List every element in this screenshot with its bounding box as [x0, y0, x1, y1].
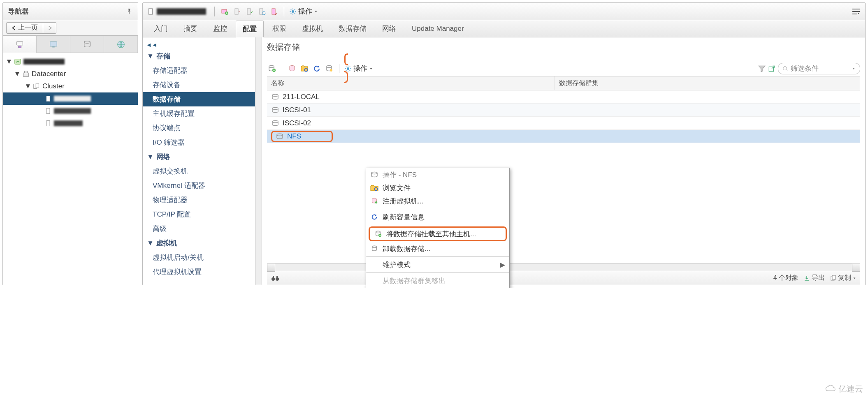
tab-vms[interactable]: 虚拟机 — [295, 20, 330, 37]
host-actions-button[interactable]: 操作 — [289, 7, 318, 16]
sidebar-item-vmkernel-adapters[interactable]: VMkernel 适配器 — [143, 178, 262, 193]
svg-rect-50 — [276, 276, 278, 278]
manage-storage-icon[interactable] — [324, 64, 334, 74]
filter-placeholder: 筛选条件 — [791, 64, 819, 73]
tree-host-1[interactable] — [3, 105, 138, 117]
tab-monitor[interactable]: 监控 — [206, 20, 234, 37]
sidebar-item-agent-vm[interactable]: 代理虚拟机设置 — [143, 265, 262, 279]
sidebar-item-storage-adapters[interactable]: 存储适配器 — [143, 63, 262, 78]
svg-rect-22 — [272, 9, 275, 14]
tree-datacenter[interactable]: ▼ Datacenter — [3, 68, 138, 80]
vcenter-icon: vc — [14, 58, 22, 65]
sidebar-item-protocol-endpoints[interactable]: 协议端点 — [143, 121, 262, 135]
ctx-browse-files[interactable]: 浏览文件 — [366, 181, 509, 194]
column-cluster[interactable]: 数据存储群集 — [555, 76, 860, 90]
table-row[interactable]: 211-LOCAL — [267, 90, 860, 104]
scrollbar[interactable] — [255, 37, 262, 285]
pin-icon[interactable] — [125, 8, 133, 15]
tab-getting-started[interactable]: 入门 — [147, 20, 175, 37]
networking-tab[interactable] — [104, 36, 138, 53]
tab-configure[interactable]: 配置 — [236, 21, 264, 37]
export-icon[interactable] — [768, 65, 775, 72]
tab-summary[interactable]: 摘要 — [176, 20, 204, 37]
new-vm-icon[interactable] — [220, 7, 230, 16]
expand-icon[interactable]: ▼ — [14, 71, 20, 77]
ctx-refresh-capacity[interactable]: 刷新容量信息 — [366, 210, 509, 224]
table-row-nfs[interactable]: NFS — [267, 130, 860, 143]
refresh-icon[interactable] — [312, 64, 322, 74]
svg-rect-19 — [247, 9, 251, 14]
vms-templates-tab[interactable] — [37, 36, 70, 53]
tab-update-manager[interactable]: Update Manager — [405, 21, 471, 37]
ctx-maintenance-mode[interactable]: 维护模式 ▶ — [366, 258, 509, 271]
main-tabs: 入门 摘要 监控 配置 权限 虚拟机 数据存储 网络 Update Manage… — [143, 20, 865, 37]
sidebar-item-io-filters[interactable]: I/O 筛选器 — [143, 135, 262, 150]
table-row[interactable]: ISCSI-02 — [267, 117, 860, 130]
copy-button[interactable]: 复制 — [830, 274, 856, 282]
svg-point-32 — [783, 66, 787, 70]
binoculars-icon[interactable] — [271, 275, 279, 282]
panel-menu-icon[interactable] — [851, 7, 861, 16]
datastore-icon — [370, 171, 378, 179]
svg-text:vc: vc — [16, 60, 20, 64]
sidebar-cat-networking[interactable]: ▼ 网络 — [143, 150, 262, 164]
sidebar-cat-storage[interactable]: ▼ 存储 — [143, 49, 262, 63]
storage-tab[interactable] — [70, 36, 104, 53]
svg-rect-11 — [36, 83, 39, 88]
svg-point-35 — [272, 120, 278, 122]
separator — [366, 209, 509, 209]
shutdown-host-icon[interactable] — [244, 7, 254, 16]
svg-point-37 — [371, 172, 377, 174]
disconnect-host-icon[interactable] — [269, 7, 279, 16]
sidebar-item-vm-startup[interactable]: 虚拟机启动/关机 — [143, 250, 262, 265]
tree-vcenter[interactable]: ▼ vc — [3, 55, 138, 68]
table-body: 211-LOCAL ISCSI-01 ISCSI-02 NFS — [267, 90, 860, 263]
ctx-register-vm[interactable]: 注册虚拟机... — [366, 194, 509, 208]
expand-icon[interactable]: ▼ — [25, 83, 31, 89]
column-name[interactable]: 名称 — [267, 76, 555, 90]
tab-datastores[interactable]: 数据存储 — [332, 20, 374, 37]
svg-point-28 — [327, 65, 332, 67]
svg-point-34 — [272, 107, 278, 109]
ctx-mount-datastore[interactable]: 将数据存储挂载至其他主机... — [370, 228, 506, 240]
sidebar-item-advanced[interactable]: 高级 — [143, 222, 262, 236]
sidebar-item-storage-devices[interactable]: 存储设备 — [143, 78, 262, 92]
filter-icon[interactable] — [758, 65, 766, 72]
sidebar-item-physical-adapters[interactable]: 物理适配器 — [143, 193, 262, 207]
datastore-actions-button[interactable]: 操作 — [344, 64, 373, 73]
datastore-icon — [276, 133, 284, 140]
main-panel: 操作 入门 摘要 监控 配置 权限 虚拟机 数据存储 网络 Update Man… — [142, 2, 866, 285]
sidebar-cat-vm[interactable]: ▼ 虚拟机 — [143, 236, 262, 250]
reboot-host-icon[interactable] — [257, 7, 267, 16]
inventory-tabs — [3, 36, 138, 53]
forward-button[interactable] — [43, 22, 56, 34]
expand-icon[interactable]: ▼ — [6, 59, 12, 65]
svg-rect-49 — [273, 276, 274, 278]
sidebar-item-host-cache[interactable]: 主机缓存配置 — [143, 106, 262, 121]
export-button[interactable]: 导出 — [803, 274, 825, 282]
host-icon — [44, 95, 52, 102]
new-datastore-icon[interactable] — [267, 64, 277, 74]
connect-host-icon[interactable] — [232, 7, 242, 16]
unmount-icon — [370, 245, 378, 253]
horizontal-scrollbar[interactable] — [267, 263, 860, 271]
filter-input[interactable]: 筛选条件 — [778, 63, 860, 74]
sidebar-item-virtual-switches[interactable]: 虚拟交换机 — [143, 164, 262, 178]
tab-permissions[interactable]: 权限 — [265, 20, 293, 37]
browse-datastore-icon[interactable] — [299, 64, 309, 74]
tab-networks[interactable]: 网络 — [375, 20, 403, 37]
tree-cluster[interactable]: ▼ Cluster — [3, 80, 138, 92]
svg-point-36 — [277, 134, 283, 136]
ctx-unmount-datastore[interactable]: 卸载数据存储... — [366, 242, 509, 255]
tree-host-2[interactable] — [3, 117, 138, 129]
sidebar-item-tcpip[interactable]: TCP/IP 配置 — [143, 207, 262, 222]
tree-host-0[interactable] — [3, 92, 138, 105]
content-area: 数据存储 操作 — [262, 37, 865, 285]
svg-point-4 — [84, 41, 90, 43]
back-button[interactable]: 上一页 — [6, 22, 43, 34]
table-row[interactable]: ISCSI-01 — [267, 104, 860, 117]
sidebar-item-datastores[interactable]: 数据存储 — [143, 92, 262, 106]
register-vm-icon[interactable] — [287, 64, 297, 74]
sidebar-nav-arrows[interactable]: ◄◄ — [143, 41, 262, 49]
hosts-clusters-tab[interactable] — [3, 36, 37, 53]
